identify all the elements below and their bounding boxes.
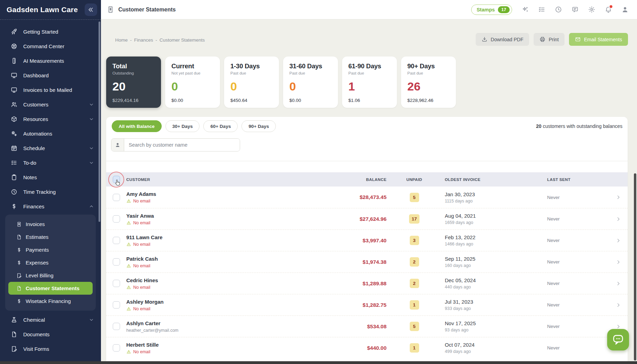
aging-summary-cards: Total Outstanding 20 $229,414.16 Current…: [106, 57, 456, 108]
sidebar-item-schedule[interactable]: Schedule: [0, 141, 101, 155]
aging-card-90-plus[interactable]: 90+ Days Past due 26 $228,962.46: [401, 57, 456, 108]
breadcrumb-finances[interactable]: Finances: [134, 37, 153, 43]
chevron-right-icon[interactable]: [615, 194, 621, 200]
select-all-checkbox[interactable]: [113, 176, 120, 183]
history-clock-icon[interactable]: [555, 6, 562, 13]
sidebar-item-notes[interactable]: Notes: [0, 170, 101, 184]
breadcrumb-home[interactable]: Home: [115, 37, 128, 43]
stamps-button[interactable]: Stamps 17: [471, 5, 512, 15]
print-button[interactable]: Print: [534, 33, 564, 46]
card-title: 61-90 Days: [348, 62, 393, 70]
aging-card-total[interactable]: Total Outstanding 20 $229,414.16: [106, 57, 161, 108]
last-sent-value: Never: [544, 281, 609, 286]
card-amount: $229,414.16: [112, 98, 158, 103]
document-pen-icon: [11, 346, 17, 352]
row-checkbox[interactable]: [113, 215, 120, 223]
sidebar-subitem-invoices[interactable]: Invoices: [8, 218, 93, 231]
printer-icon: [540, 36, 545, 42]
table-row[interactable]: Cedric Hines No email $1,289.88 2 Dec 05…: [106, 272, 628, 294]
sidebar-item-invoices-to-be-mailed[interactable]: Invoices to be Mailed: [0, 83, 101, 97]
chevron-right-icon[interactable]: [615, 324, 621, 329]
gear-icon[interactable]: [588, 6, 595, 13]
row-checkbox[interactable]: [113, 194, 120, 201]
sidebar-subitem-customer-statements[interactable]: Customer Statements: [8, 282, 93, 295]
breadcrumb-separator: -: [130, 37, 132, 43]
sidebar-subitem-expenses[interactable]: Expenses: [8, 256, 93, 269]
tasks-icon[interactable]: [538, 6, 545, 13]
sidebar-item-ai-measurements[interactable]: AI Measurements: [0, 53, 101, 68]
row-checkbox[interactable]: [113, 323, 120, 330]
filter-60-days[interactable]: 60+ Days: [203, 120, 238, 132]
sparkles-icon[interactable]: [521, 6, 529, 13]
column-header-balance[interactable]: BALANCE: [338, 177, 387, 182]
sidebar-item-automations[interactable]: Automations: [0, 126, 101, 141]
table-row[interactable]: Ashley Morgan No email $1,282.75 1 Jul 3…: [106, 294, 628, 315]
sidebar-subitem-label: Level Billing: [26, 272, 53, 278]
chevron-right-icon[interactable]: [615, 281, 621, 286]
sidebar-subitem-payments[interactable]: Payments: [8, 243, 93, 256]
customer-name: Yasir Anwa: [126, 213, 338, 219]
email-statements-button[interactable]: Email Statements: [569, 33, 628, 46]
column-header-unpaid[interactable]: UNPAID: [387, 177, 442, 182]
sidebar-item-todo[interactable]: To-do: [0, 155, 101, 170]
aging-card-61-90[interactable]: 61-90 Days Past due 1 $1.06: [342, 57, 397, 108]
page-scrollbar[interactable]: [634, 173, 636, 361]
column-header-customer[interactable]: CUSTOMER: [126, 177, 338, 182]
last-sent-value: Never: [544, 238, 609, 243]
sidebar-item-time-tracking[interactable]: Time Tracking: [0, 184, 101, 199]
sidebar-item-customers[interactable]: Customers: [0, 97, 101, 112]
table-row[interactable]: Patrick Cash No email $1,974.38 2 Sep 11…: [106, 251, 628, 272]
customer-name: 911 Lawn Care: [126, 234, 338, 240]
column-header-oldest-invoice[interactable]: OLDEST INVOICE: [442, 177, 544, 182]
filter-30-days[interactable]: 30+ Days: [165, 120, 200, 132]
sidebar-item-resources[interactable]: Resources: [0, 112, 101, 126]
row-checkbox[interactable]: [113, 280, 120, 287]
column-header-last-sent[interactable]: LAST SENT: [544, 177, 609, 182]
sidebar-collapse-button[interactable]: [85, 3, 97, 16]
aging-card-1-30[interactable]: 1-30 Days Past due 0 $450.64: [224, 57, 279, 108]
card-amount: $450.64: [230, 98, 275, 103]
download-pdf-button[interactable]: Download PDF: [476, 33, 529, 46]
table-row[interactable]: Herbert Stille No email $440.00 1 Oct 07…: [106, 337, 628, 358]
bell-icon[interactable]: [605, 6, 612, 13]
sidebar-item-getting-started[interactable]: Getting Started: [0, 24, 101, 39]
sidebar-subitem-estimates[interactable]: Estimates: [8, 231, 93, 243]
sidebar-subitem-level-billing[interactable]: Level Billing: [8, 269, 93, 282]
download-pdf-label: Download PDF: [491, 37, 523, 42]
chat-fab-button[interactable]: [607, 329, 629, 350]
filter-90-days[interactable]: 90+ Days: [241, 120, 276, 132]
row-checkbox[interactable]: [113, 344, 120, 352]
chevron-right-icon[interactable]: [615, 259, 621, 265]
filter-all-with-balance[interactable]: All with Balance: [112, 120, 162, 132]
row-checkbox[interactable]: [113, 258, 120, 266]
messages-icon[interactable]: [571, 6, 579, 13]
chevron-right-icon[interactable]: [615, 216, 621, 222]
sidebar-subitem-wisetack-financing[interactable]: Wisetack Financing: [8, 295, 93, 307]
sidebar-item-command-center[interactable]: Command Center: [0, 39, 101, 53]
unpaid-count-badge: 5: [410, 322, 419, 331]
profile-avatar-icon[interactable]: [621, 6, 629, 13]
sidebar-item-visit-forms[interactable]: Visit Forms: [0, 341, 101, 356]
sidebar-item-label: Resources: [23, 116, 48, 122]
sidebar-item-documents[interactable]: Documents: [0, 327, 101, 341]
clipboard-icon: [11, 174, 17, 181]
table-row[interactable]: 911 Lawn Care No email $3,997.40 3 Feb 1…: [106, 229, 628, 251]
customer-name: Ashlyn Carter: [126, 320, 338, 326]
window-bottom-edge: [0, 361, 637, 364]
card-subtitle: Past due: [230, 71, 275, 75]
table-row[interactable]: Amy Adams No email $28,473.45 5 Jan 30, …: [106, 187, 628, 208]
chevron-right-icon[interactable]: [615, 302, 621, 308]
sidebar-item-finances[interactable]: Finances: [0, 199, 101, 214]
search-input[interactable]: [124, 139, 240, 151]
chevron-right-icon[interactable]: [615, 238, 621, 243]
row-checkbox[interactable]: [113, 237, 120, 244]
table-row[interactable]: Yasir Anwa No email $27,624.96 17 Aug 04…: [106, 208, 628, 229]
sidebar-item-chemical[interactable]: Chemical: [0, 312, 101, 327]
sidebar-scrollbar[interactable]: [99, 21, 100, 222]
aging-card-31-60[interactable]: 31-60 Days Past due 0 $0.00: [283, 57, 338, 108]
topbar-actions: Stamps 17: [471, 5, 629, 15]
row-checkbox[interactable]: [113, 301, 120, 309]
sidebar-item-dashboard[interactable]: Dashboard: [0, 68, 101, 83]
table-row[interactable]: Ashlyn Carter heather_carter@ymail.com $…: [106, 315, 628, 337]
aging-card-current[interactable]: Current Not yet past due 0 $0.00: [165, 57, 220, 108]
